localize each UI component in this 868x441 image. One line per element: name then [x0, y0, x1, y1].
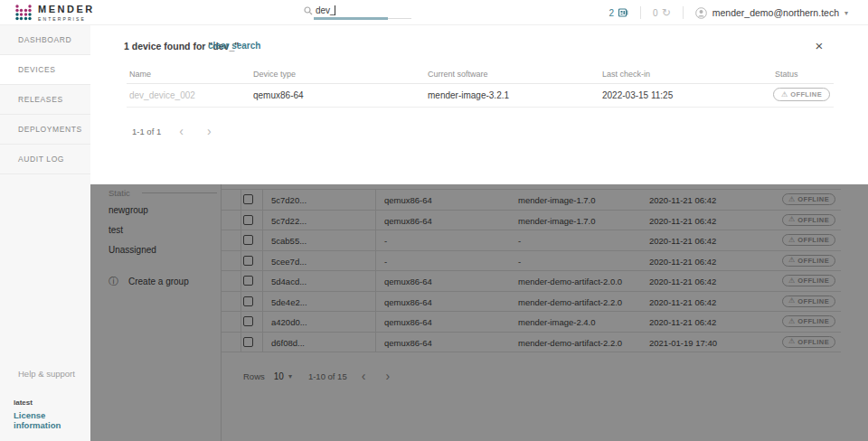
chevron-down-icon: ▾ — [844, 9, 848, 17]
mender-app: MENDER ENTERPRISE dev_ 2 — [0, 0, 868, 441]
search-value: dev_ — [316, 5, 335, 15]
search-input[interactable]: dev_ — [302, 3, 411, 21]
pending-deployments-count: 0 — [653, 8, 658, 18]
topbar-divider — [640, 6, 641, 19]
avatar-icon — [695, 7, 707, 19]
accepted-devices-counter[interactable]: 2 — [609, 7, 629, 18]
developer-board-icon — [618, 7, 628, 18]
sidebar-item-dashboard[interactable]: DASHBOARD — [0, 25, 90, 55]
column-header-device-type: Device type — [253, 70, 296, 79]
sidebar-item-deployments[interactable]: DEPLOYMENTS — [0, 115, 90, 145]
pagination-range: 1-1 of 1 — [132, 127, 161, 136]
close-icon[interactable]: × — [811, 37, 827, 53]
brand-tier: ENTERPRISE — [38, 16, 95, 22]
search-results-table: Name Device type Current software Last c… — [127, 65, 834, 108]
refresh-icon: ↻ — [662, 7, 671, 18]
column-header-status: Status — [775, 70, 798, 79]
device-type: qemux86-64 — [253, 90, 304, 100]
sidebar-item-devices[interactable]: DEVICES — [0, 55, 90, 85]
help-support-link[interactable]: Help & support — [0, 369, 90, 379]
search-results-panel: 1 device found for "dev_" clear search ×… — [90, 25, 868, 184]
warning-icon: ⚠ — [781, 91, 788, 99]
license-information-link[interactable]: License information — [0, 410, 90, 430]
sidebar: DASHBOARD DEVICES RELEASES DEPLOYMENTS A… — [0, 25, 90, 441]
text-cursor — [335, 5, 335, 15]
device-software: mender-image-3.2.1 — [428, 90, 509, 100]
column-header-current-software: Current software — [428, 70, 488, 79]
clear-search-link[interactable]: clear search — [208, 41, 260, 51]
account-menu[interactable]: mender_demo@northern.tech ▾ — [695, 7, 848, 19]
accepted-devices-count: 2 — [609, 8, 615, 18]
search-results-backdrop[interactable] — [90, 184, 868, 441]
account-email: mender_demo@northern.tech — [712, 7, 839, 18]
version-label: latest — [0, 399, 90, 407]
topbar: MENDER ENTERPRISE dev_ 2 — [0, 0, 868, 25]
results-pagination: 1-1 of 1 ‹ › — [132, 125, 217, 137]
column-header-name: Name — [129, 70, 151, 79]
column-header-last-checkin: Last check-in — [602, 70, 650, 79]
table-header: Name Device type Current software Last c… — [127, 65, 834, 84]
chevron-right-icon[interactable]: › — [202, 125, 217, 137]
device-last-checkin: 2022-03-15 11:25 — [602, 90, 673, 100]
status-badge: ⚠ OFFLINE — [773, 88, 830, 101]
mender-logo-icon — [14, 4, 33, 22]
search-icon — [304, 6, 313, 15]
topbar-divider — [683, 6, 684, 19]
device-name: dev_device_002 — [129, 90, 195, 100]
sidebar-item-audit-log[interactable]: AUDIT LOG — [0, 145, 90, 174]
brand-name: MENDER — [38, 5, 95, 14]
search-result-row[interactable]: dev_device_002 qemux86-64 mender-image-3… — [127, 84, 834, 108]
pending-deployments-counter[interactable]: 0 ↻ — [653, 7, 671, 18]
chevron-left-icon[interactable]: ‹ — [174, 125, 189, 137]
search-underline-focus — [314, 17, 388, 20]
mender-logo[interactable]: MENDER ENTERPRISE — [14, 4, 95, 22]
sidebar-item-releases[interactable]: RELEASES — [0, 85, 90, 115]
